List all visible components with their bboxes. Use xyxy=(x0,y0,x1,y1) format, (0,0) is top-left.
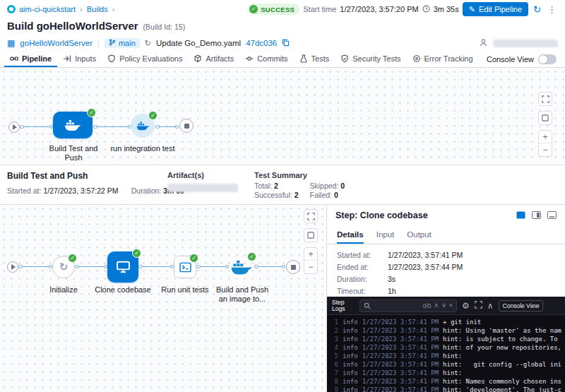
edit-pipeline-button[interactable]: ✎ Edit Pipeline xyxy=(463,2,528,16)
tab-label: Commits xyxy=(257,54,287,63)
log-line: 9info1/27/2023 3:57:41 PMhint: 'developm… xyxy=(331,386,561,392)
tab-error-tracking[interactable]: Error Tracking xyxy=(407,51,479,67)
page-title: Build goHelloWorldServer xyxy=(7,20,138,32)
step-label[interactable]: Build and Push an image to... xyxy=(216,285,268,304)
tab-inputs[interactable]: Inputs xyxy=(57,51,102,67)
pencil-icon: ✎ xyxy=(469,5,475,14)
stage-pipeline-canvas: ✓ Build Test and Push ✓ run integration … xyxy=(0,68,565,165)
refresh-icon[interactable]: ↻ xyxy=(532,4,542,15)
commit-sha[interactable]: 47dc036 xyxy=(246,39,277,47)
test-summary-label: Test Summary xyxy=(254,171,345,179)
tab-label: Inputs xyxy=(75,54,96,63)
success-check-icon: ✓ xyxy=(68,254,77,263)
initialize-icon: ↻ xyxy=(59,261,69,273)
tabbar-spacer xyxy=(479,51,487,67)
step-node-clone-codebase[interactable]: ✓ xyxy=(107,251,138,283)
tab-bar: Pipeline Inputs Policy Evaluations Artif… xyxy=(0,51,565,68)
tab-commits[interactable]: Commits xyxy=(239,51,293,67)
fullscreen-button[interactable] xyxy=(304,209,318,223)
copy-icon[interactable] xyxy=(282,39,290,48)
tab-details[interactable]: Details xyxy=(337,226,364,244)
tab-label: Tests xyxy=(311,54,330,63)
branch-chip[interactable]: main xyxy=(105,38,140,48)
tab-label: Security Tests xyxy=(352,54,400,63)
console-view-toggle[interactable] xyxy=(538,54,557,64)
check-icon: ✓ xyxy=(249,5,258,13)
zoom-controls: + − xyxy=(304,247,318,274)
stage-label[interactable]: Build Test and Push xyxy=(40,144,107,162)
tab-tests[interactable]: Tests xyxy=(294,51,335,67)
step-node-build-and-push-image[interactable]: ✓ xyxy=(229,257,254,277)
log-fullscreen-icon[interactable] xyxy=(475,301,482,310)
search-match-count: 0/0 xyxy=(423,302,432,309)
docker-whale-icon xyxy=(64,118,81,132)
next-match-icon[interactable]: ∨ xyxy=(441,302,446,309)
tests-skipped: Skipped: 0 xyxy=(309,182,345,190)
tab-label: Pipeline xyxy=(22,54,52,63)
fit-to-screen-button[interactable] xyxy=(304,228,318,242)
edit-pipeline-label: Edit Pipeline xyxy=(479,5,522,13)
pipeline-end-node xyxy=(179,119,194,133)
repo-link[interactable]: goHelloWorldServer xyxy=(20,39,93,47)
tab-security-tests[interactable]: Security Tests xyxy=(335,51,406,67)
step-panel-header: Step: Clone codebase xyxy=(327,205,565,226)
top-bar: aim-ci-quickstart › Builds › ✓ SUCCESS S… xyxy=(0,0,565,18)
console-view-button[interactable]: Console View xyxy=(499,300,544,311)
log-settings-gear-icon[interactable]: ⚙ xyxy=(462,302,470,310)
zoom-in-button[interactable]: + xyxy=(304,248,317,261)
minimize-panel-icon[interactable] xyxy=(547,211,557,220)
step-details-panel: Step: Clone codebase Details Input Outpu… xyxy=(326,205,565,392)
step-label[interactable]: Run unit tests xyxy=(157,285,213,295)
layout-bottom-icon[interactable] xyxy=(516,211,525,220)
detail-value: 1/27/2023, 3:57:41 PM xyxy=(388,251,463,259)
tab-output[interactable]: Output xyxy=(407,226,432,244)
repo-icon: ▦ xyxy=(7,38,15,48)
panel-layout-controls xyxy=(516,211,557,220)
expand-icon xyxy=(307,213,315,220)
fit-to-screen-button[interactable] xyxy=(538,111,552,125)
breadcrumb-project[interactable]: aim-ci-quickstart xyxy=(19,5,76,13)
step-label[interactable]: Initialize xyxy=(35,285,92,295)
build-id: (Build Id: 15) xyxy=(143,23,186,31)
pipeline-start-node[interactable] xyxy=(8,121,20,133)
zoom-out-button[interactable]: − xyxy=(304,261,317,273)
execution-end-node xyxy=(286,260,300,274)
log-search-input[interactable] xyxy=(374,302,420,309)
start-time-value: 1/27/2023, 3:57:20 PM xyxy=(340,5,418,13)
collapse-up-icon[interactable]: ∧ xyxy=(487,302,494,310)
tab-artifacts[interactable]: Artifacts xyxy=(188,51,239,67)
docker-whale-icon xyxy=(136,120,150,131)
step-node-initialize[interactable]: ↻ ✓ xyxy=(52,256,75,278)
clear-search-icon[interactable]: × xyxy=(449,302,453,309)
step-label[interactable]: Clone codebase xyxy=(92,285,154,295)
log-search-box[interactable]: 0/0 ∧ ∨ × xyxy=(359,299,457,312)
success-check-icon: ✓ xyxy=(87,108,96,117)
execution-start-node[interactable] xyxy=(7,261,18,273)
stage-node-run-integration-test[interactable]: ✓ xyxy=(131,114,155,138)
artifacts-label: Artifact(s) xyxy=(167,171,238,179)
stage-node-build-test-and-push[interactable]: ✓ xyxy=(53,112,93,138)
tab-label: Policy Evaluations xyxy=(119,54,182,63)
detail-row: Timeout: 1h xyxy=(337,287,555,295)
branch-icon xyxy=(109,39,116,47)
edge xyxy=(19,266,52,267)
tests-failed: Failed: 0 xyxy=(309,191,345,199)
detail-value: 3s xyxy=(388,275,396,283)
artifacts-summary: Artifact(s) xyxy=(167,171,238,192)
tab-pipeline[interactable]: Pipeline xyxy=(4,51,57,67)
breadcrumb-builds[interactable]: Builds xyxy=(87,5,108,13)
tab-policy-evaluations[interactable]: Policy Evaluations xyxy=(102,51,188,67)
stage-label[interactable]: run integration test xyxy=(109,144,176,153)
edge xyxy=(139,266,173,267)
step-node-run-unit-tests[interactable]: ✓ xyxy=(174,256,196,278)
tab-input[interactable]: Input xyxy=(376,226,395,244)
zoom-out-button[interactable]: − xyxy=(539,143,552,156)
kebab-menu-icon[interactable]: ⋮ xyxy=(546,4,558,15)
layout-right-icon[interactable] xyxy=(532,211,541,220)
fullscreen-button[interactable] xyxy=(538,92,552,106)
execution-graph-canvas: ↻ ✓ Initialize ✓ Clone codebase ✓ Run un… xyxy=(0,205,326,392)
detail-label: Started at: xyxy=(337,251,388,259)
zoom-in-button[interactable]: + xyxy=(539,131,552,143)
console-view-toggle-group: Console View xyxy=(487,51,561,67)
prev-match-icon[interactable]: ∧ xyxy=(434,302,439,309)
